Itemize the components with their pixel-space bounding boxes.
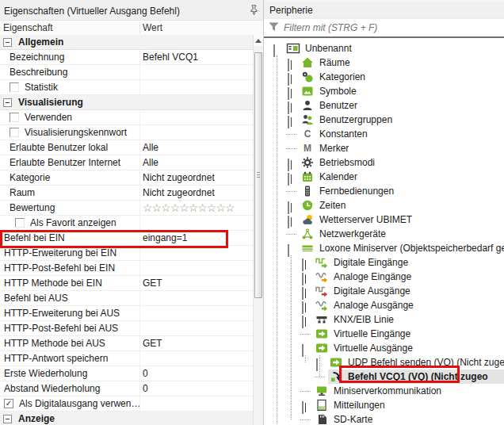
property-group-allgemein[interactable]: Allgemein [0,35,253,50]
tree-item-räume[interactable]: Räume [288,56,504,70]
tree-filter-input[interactable] [279,22,504,33]
property-row-http-post-befehl-bei-ein[interactable]: HTTP-Post-Befehl bei EIN [0,261,253,276]
tree-item-udp-befehl-senden-vq-nicht-zuge[interactable]: UDP Befehl senden (VQ) (Nicht zuge [316,355,504,369]
property-row-bewertung[interactable]: Bewertung☆☆☆☆☆☆☆☆☆☆ [0,201,253,216]
property-row-http-erweiterung-bei-ein[interactable]: HTTP-Erweiterung bei EIN [0,246,253,261]
property-row-statistik[interactable]: Statistik [0,80,253,95]
tree-item-virtuelle-eingänge[interactable]: Virtuelle Eingänge [302,327,504,341]
tree-item-virtuelle-ausgänge[interactable]: Virtuelle Ausgänge [302,341,504,355]
property-label: Raum [10,187,35,198]
property-row-http-methode-bei-aus[interactable]: HTTP Methode bei AUSGET [0,336,253,351]
property-row-beschreibung[interactable]: Beschreibung [0,65,253,80]
property-row-bezeichnung[interactable]: BezeichnungBefehl VCQ1 [0,50,253,65]
property-row-http-post-befehl-bei-aus[interactable]: HTTP-Post-Befehl bei AUS [0,321,253,336]
tree-item-zeiten[interactable]: Zeiten [288,198,504,212]
property-row-verwenden[interactable]: Verwenden [0,110,253,125]
scrollbar-up-button[interactable] [254,35,263,46]
property-row-http-erweiterung-bei-aus[interactable]: HTTP-Erweiterung bei AUS [0,306,253,321]
property-grid: AllgemeinBezeichnungBefehl VCQ1Beschreib… [0,35,253,425]
expand-icon[interactable] [302,316,304,328]
collapse-icon[interactable] [288,244,289,257]
expand-icon[interactable] [302,301,304,314]
user-icon [300,99,315,112]
scroll-up-arrow-icon [255,39,262,43]
property-label: Erlaubte Benutzer lokal [10,142,108,153]
property-row-erste-wiederholung[interactable]: Erste Wiederholung0 [0,366,253,381]
tree-item-digitale-eingänge[interactable]: Digitale Eingänge [302,255,504,270]
rating-stars[interactable]: ☆☆☆☆☆☆☆☆☆☆ [143,202,235,213]
letter-m-icon: M [300,142,315,155]
group-collapse-icon[interactable] [3,415,12,423]
checkbox-verwenden[interactable] [10,113,19,122]
expand-icon[interactable] [302,287,304,300]
column-header-eigenschaft[interactable]: Eigenschaft [0,22,140,33]
tree-item-sd-karte[interactable]: SD-Karte [302,412,504,425]
expand-icon[interactable] [288,159,289,171]
property-row-befehl-bei-aus[interactable]: Befehl bei AUS [0,291,253,306]
expand-icon[interactable] [288,101,289,114]
collapse-icon[interactable] [316,358,318,371]
digital-in-icon [314,256,330,269]
tree-item-mitteilungen[interactable]: LOGMitteilungen [302,398,504,412]
tree-item-wetterserver-ubimet[interactable]: Wetterserver UBIMET [288,212,504,227]
property-group-anzeige[interactable]: Anzeige [0,412,253,425]
expand-icon[interactable] [288,201,289,214]
tree-item-befehl-vcq1-vq-nicht-zugeo[interactable]: Befehl VCQ1 (VQ) (Nicht zugeo [316,369,504,384]
property-row-http-methode-bei-ein[interactable]: HTTP Methode bei EINGET [0,276,253,291]
tree-item-kategorien[interactable]: Kategorien [288,70,504,84]
property-group-visualisierung[interactable]: Visualisierung [0,95,253,110]
tree-item-knx-eib-linie[interactable]: KNX/EIB Linie [302,312,504,327]
checkbox-als-digitalausgang-verwen[interactable]: ✓ [4,399,13,408]
expand-icon[interactable] [302,258,304,271]
tree-item-analoge-eingänge[interactable]: Analoge Eingänge [302,270,504,284]
property-row-kategorie[interactable]: KategorieNicht zugeordnet [0,170,253,186]
column-header-wert[interactable]: Wert [140,22,162,33]
property-row-abstand-wiederholung[interactable]: Abstand Wiederholung0 [0,381,253,396]
expand-icon[interactable] [302,401,304,414]
expand-icon[interactable] [288,59,289,71]
tree-item-betriebsmodi[interactable]: Betriebsmodi [288,155,504,170]
checkbox-als-favorit-anzeigen[interactable] [15,218,25,228]
expand-icon[interactable] [288,116,289,128]
tree-item-digitale-ausgänge[interactable]: Digitale Ausgänge [302,284,504,298]
expand-icon[interactable] [288,87,289,100]
collapse-icon[interactable] [273,44,275,57]
tree-item-fernbedienungen[interactable]: Fernbedienungen [288,184,504,198]
expand-icon[interactable] [288,216,289,228]
property-label: Kategorie [10,172,50,183]
tree-item-label: Unbenannt [305,43,352,54]
tree-item-benutzergruppen[interactable]: Benutzergruppen [288,113,504,127]
pin-icon[interactable] [250,5,258,17]
tree-item-symbole[interactable]: Symbole [288,84,504,98]
group-collapse-icon[interactable] [3,38,12,47]
property-row-http-antwort-speichern[interactable]: HTTP-Antwort speichern [0,351,253,366]
tree-item-konstanten[interactable]: CKonstanten [288,127,504,141]
property-row-als-digitalausgang-verwen[interactable]: ✓Als Digitalausgang verwen… [0,396,253,412]
tree-item-benutzer[interactable]: Benutzer [288,98,504,113]
property-value: eingang=1 [143,232,187,243]
virtual-in-icon [314,327,330,340]
tree-item-miniserverkommunikation[interactable]: Miniserverkommunikation [302,384,504,398]
checkbox-visualisierungskennwort[interactable] [10,128,19,137]
property-row-visualisierungskennwort[interactable]: Visualisierungskennwort [0,125,253,140]
checkbox-statistik[interactable] [10,82,19,92]
expand-icon[interactable] [288,73,289,86]
tree-item-analoge-ausgänge[interactable]: Analoge Ausgänge [302,298,504,312]
tree-item-netzwerkgeräte[interactable]: Netzwerkgeräte [288,227,504,241]
tree-item-kalender[interactable]: Kalender [288,170,504,184]
expand-icon[interactable] [302,273,304,285]
property-row-als-favorit-anzeigen[interactable]: Als Favorit anzeigen [0,216,253,231]
property-row-befehl-bei-ein[interactable]: Befehl bei EINeingang=1 [0,231,253,246]
tree-item-merker[interactable]: MMerker [288,141,504,155]
tree-item-loxone-miniserver-objektspeicherbedarf-ge[interactable]: Loxone Miniserver (Objektspeicherbedarf … [288,241,504,255]
property-row-erlaubte-benutzer-lokal[interactable]: Erlaubte Benutzer lokalAlle [0,140,253,155]
expand-icon[interactable] [288,173,289,186]
group-collapse-icon[interactable] [3,98,12,107]
scrollbar-thumb[interactable] [254,52,262,298]
property-grid-scrollbar[interactable] [253,35,263,425]
collapse-icon[interactable] [302,344,304,357]
property-row-erlaubte-benutzer-internet[interactable]: Erlaubte Benutzer InternetAlle [0,155,253,170]
property-row-raum[interactable]: RaumNicht zugeordnet [0,186,253,201]
tree-expander-slot [302,345,309,352]
tree-item-unbenannt[interactable]: Unbenannt [273,41,504,56]
